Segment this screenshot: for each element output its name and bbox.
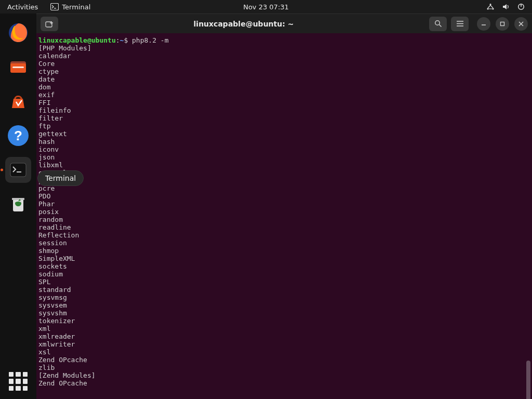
- terminal-app-icon: [10, 163, 26, 177]
- output-line: [Zend Modules]: [38, 371, 532, 379]
- output-line: readline: [38, 223, 532, 231]
- minimize-icon: [481, 21, 487, 27]
- trash-icon: [8, 194, 29, 215]
- maximize-icon: [499, 21, 506, 27]
- output-line: exif: [38, 91, 532, 99]
- files-icon: [7, 56, 29, 78]
- volume-icon[interactable]: [502, 3, 510, 10]
- terminal-window: linuxcapable@ubuntu: ~ linuxcapable@ubun…: [36, 14, 532, 399]
- output-line: xmlreader: [38, 332, 532, 340]
- firefox-icon: [7, 22, 29, 44]
- help-icon: ?: [7, 124, 30, 147]
- search-button[interactable]: [429, 17, 447, 31]
- output-line: sysvsem: [38, 301, 532, 309]
- svg-rect-16: [12, 198, 24, 200]
- clock[interactable]: Nov 23 07:31: [243, 3, 289, 11]
- output-line: [PHP Modules]: [38, 44, 532, 52]
- output-line: calendar: [38, 52, 532, 60]
- output-line: json: [38, 153, 532, 161]
- svg-rect-26: [501, 22, 504, 25]
- output-line: filter: [38, 114, 532, 122]
- dock: ?: [0, 14, 36, 399]
- menu-button[interactable]: [451, 17, 469, 31]
- output-line: Zend OPcache: [38, 356, 532, 364]
- app-menu-label: Terminal: [62, 3, 90, 11]
- output-line: random: [38, 216, 532, 223]
- titlebar: linuxcapable@ubuntu: ~: [36, 14, 532, 33]
- output-line: Core: [38, 60, 532, 68]
- network-icon[interactable]: [486, 3, 495, 10]
- output-line: sysvshm: [38, 309, 532, 317]
- output-line: posix: [38, 208, 532, 216]
- output-line: FFI: [38, 99, 532, 107]
- dock-tooltip: Terminal: [37, 170, 84, 186]
- close-icon: [518, 21, 524, 27]
- new-tab-button[interactable]: [41, 17, 58, 31]
- output-line: openssl: [38, 169, 532, 177]
- output-line: Phar: [38, 200, 532, 208]
- svg-text:?: ?: [14, 128, 22, 143]
- output-line: pcre: [38, 184, 532, 192]
- output-line: standard: [38, 286, 532, 294]
- dock-trash[interactable]: [5, 191, 31, 217]
- dock-software[interactable]: [5, 88, 31, 114]
- svg-rect-10: [12, 66, 24, 68]
- output-line: iconv: [38, 145, 532, 153]
- software-icon: [7, 90, 29, 112]
- output-line: session: [38, 239, 532, 247]
- output-line: xmlwriter: [38, 340, 532, 348]
- output-line: SimpleXML: [38, 255, 532, 262]
- dock-files[interactable]: [5, 54, 31, 80]
- minimize-button[interactable]: [477, 17, 490, 31]
- output-line: tokenizer: [38, 317, 532, 325]
- output-line: zlib: [38, 364, 532, 371]
- dock-terminal[interactable]: [5, 157, 31, 183]
- output-line: xml: [38, 325, 532, 332]
- output-line: gettext: [38, 130, 532, 138]
- command-text: php8.2 -m: [132, 36, 168, 44]
- output-line: SPL: [38, 278, 532, 286]
- output-line: hash: [38, 138, 532, 145]
- hamburger-icon: [456, 20, 464, 27]
- svg-point-4: [492, 8, 494, 9]
- activities-button[interactable]: Activities: [4, 3, 41, 11]
- svg-line-21: [439, 25, 441, 27]
- output-line: sockets: [38, 262, 532, 270]
- window-title: linuxcapable@ubuntu: ~: [62, 20, 425, 28]
- search-icon: [434, 20, 442, 28]
- power-icon[interactable]: [517, 3, 525, 10]
- show-applications[interactable]: [9, 372, 28, 391]
- maximize-button[interactable]: [496, 17, 509, 31]
- svg-point-2: [489, 4, 491, 5]
- app-menu[interactable]: Terminal: [50, 3, 90, 11]
- output-line: dom: [38, 83, 532, 91]
- prompt-userhost: linuxcapable@ubuntu: [38, 36, 116, 44]
- svg-rect-0: [51, 4, 59, 10]
- scrollbar-thumb[interactable]: [526, 361, 530, 399]
- dock-firefox[interactable]: [5, 20, 31, 46]
- output-line: shmop: [38, 247, 532, 255]
- terminal-body[interactable]: linuxcapable@ubuntu:~$ php8.2 -m [PHP Mo…: [36, 33, 532, 399]
- new-tab-icon: [45, 20, 54, 28]
- output-line: Reflection: [38, 231, 532, 239]
- svg-point-3: [487, 8, 488, 9]
- output-line: date: [38, 75, 532, 83]
- svg-point-20: [435, 21, 440, 25]
- output-line: ctype: [38, 68, 532, 75]
- top-bar: Activities Terminal Nov 23 07:31: [0, 0, 532, 14]
- dock-help[interactable]: ?: [5, 123, 31, 149]
- terminal-icon: [50, 3, 59, 10]
- close-button[interactable]: [514, 17, 528, 31]
- output-line: PDO: [38, 192, 532, 200]
- output-line: xsl: [38, 348, 532, 356]
- output-line: libxml: [38, 161, 532, 169]
- output-line: pcntl: [38, 177, 532, 184]
- prompt-line: linuxcapable@ubuntu:~$ php8.2 -m: [38, 36, 532, 44]
- output-line: ftp: [38, 122, 532, 130]
- output-line: fileinfo: [38, 107, 532, 114]
- svg-rect-13: [10, 163, 26, 177]
- output-line: Zend OPcache: [38, 379, 532, 387]
- output-line: sysvmsg: [38, 294, 532, 301]
- output-line: sodium: [38, 270, 532, 278]
